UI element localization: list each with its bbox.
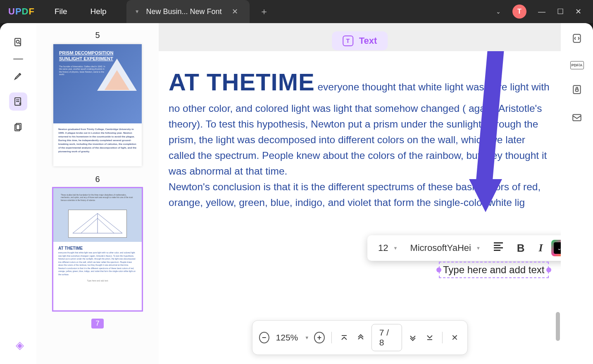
italic-button[interactable]: I (533, 239, 549, 257)
bold-button[interactable]: B (511, 239, 531, 257)
page-number-5: 5 (36, 31, 159, 40)
window-menu-icon[interactable]: ⌄ (496, 8, 501, 15)
font-family-select[interactable]: MicrosoftYaHei▼ (405, 240, 485, 256)
tab-close-icon[interactable]: ✕ (229, 7, 241, 16)
text-placeholder: Type here and add text (443, 264, 545, 275)
zoom-dropdown-icon[interactable]: ▼ (305, 335, 309, 340)
new-tab-button[interactable]: ＋ (250, 5, 279, 18)
chevron-down-icon: ▼ (393, 246, 398, 251)
page-number-6: 6 (36, 175, 159, 184)
text-mode-icon: T (343, 35, 353, 46)
next-page-icon[interactable] (407, 331, 419, 344)
last-page-icon[interactable] (424, 331, 435, 344)
thumb7-heading: AT THETIME (58, 246, 137, 251)
layers-icon[interactable]: ◈ (16, 339, 24, 352)
prev-page-icon[interactable] (355, 331, 367, 344)
align-left-icon[interactable] (488, 239, 509, 258)
thumbnail-7[interactable]: These studies laid the foundation for th… (53, 188, 142, 310)
text-color-button[interactable]: ⌄ (551, 240, 561, 256)
diagram-graphic (68, 210, 127, 238)
pages-icon[interactable] (9, 118, 27, 136)
current-page-badge: 7 (91, 319, 103, 329)
document-tab[interactable]: ▼ New Busin... New Font ✕ (126, 0, 250, 23)
font-size-select[interactable]: 12▼ (373, 240, 402, 256)
page-heading: AT THETIME (169, 69, 315, 95)
svg-point-1 (17, 40, 19, 43)
tab-dropdown-icon[interactable]: ▼ (135, 9, 140, 14)
maximize-icon[interactable]: ☐ (557, 7, 564, 16)
document-canvas: T Text AT THETIME everyone thought that … (159, 23, 561, 364)
resize-handle-right[interactable] (546, 267, 551, 272)
left-toolbar (0, 23, 36, 364)
pdfa-button[interactable]: PDF/A (570, 61, 584, 69)
titlebar: UPDF File Help ▼ New Busin... New Font ✕… (0, 0, 593, 23)
zoom-out-button[interactable]: − (259, 332, 269, 343)
edit-text-icon[interactable] (9, 92, 27, 111)
chevron-down-icon: ▼ (476, 246, 481, 251)
user-avatar[interactable]: T (512, 5, 526, 19)
right-toolbar: PDF/A (561, 23, 593, 364)
minimize-icon[interactable]: — (538, 7, 545, 16)
app-logo: UPDF (0, 6, 43, 17)
menu-file[interactable]: File (43, 7, 79, 16)
edit-mode-pill[interactable]: T Text (332, 31, 388, 50)
thumb7-placeholder: Type here and add text (58, 279, 137, 282)
close-bar-icon[interactable]: ✕ (449, 331, 460, 344)
toolbar-divider (13, 59, 23, 59)
zoom-value: 125% (274, 333, 300, 343)
scrollbar[interactable] (556, 312, 560, 341)
svg-rect-0 (15, 38, 21, 46)
convert-icon[interactable] (572, 33, 582, 46)
text-format-toolbar: 12▼ MicrosoftYaHei▼ B I ⌄ (367, 235, 561, 261)
highlighter-icon[interactable] (9, 67, 27, 85)
svg-rect-8 (573, 114, 581, 121)
page-indicator[interactable]: 7 / 8 (372, 324, 402, 351)
thumbnail-5[interactable]: PRISM DECOMPOSITION SUNLIGHT EXPERIMENT … (53, 44, 142, 166)
text-input-box[interactable]: Type here and add text (439, 262, 549, 278)
thumbnail-panel: 5 PRISM DECOMPOSITION SUNLIGHT EXPERIMEN… (36, 23, 159, 364)
text-mode-label: Text (359, 35, 377, 46)
prism-graphic (97, 59, 137, 91)
svg-rect-6 (573, 85, 580, 94)
navigation-bar: − 125% ▼ + 7 / 8 ✕ (252, 320, 467, 355)
share-icon[interactable] (572, 112, 582, 125)
tab-title: New Busin... New Font (146, 7, 222, 16)
menu-help[interactable]: Help (79, 7, 118, 16)
search-icon[interactable] (9, 33, 27, 51)
zoom-in-button[interactable]: + (314, 332, 324, 343)
resize-handle-left[interactable] (436, 267, 441, 272)
first-page-icon[interactable] (338, 331, 350, 344)
annotation-arrow (481, 51, 498, 187)
close-icon[interactable]: ✕ (575, 7, 581, 16)
protect-icon[interactable] (572, 84, 582, 97)
svg-rect-7 (576, 89, 579, 91)
